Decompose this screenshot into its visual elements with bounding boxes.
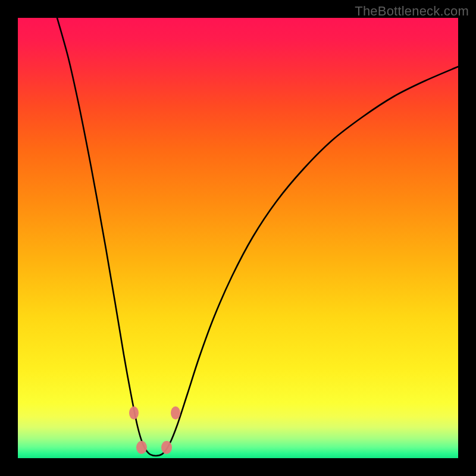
plot-frame — [18, 18, 458, 458]
bead-marker — [161, 441, 172, 454]
bead-marker — [136, 441, 147, 454]
bead-marker — [129, 406, 139, 419]
watermark-text: TheBottleneck.com — [355, 4, 469, 19]
bead-markers — [129, 406, 180, 454]
bead-marker — [171, 406, 180, 419]
bottleneck-curve — [57, 18, 458, 456]
plot-svg — [18, 18, 458, 458]
